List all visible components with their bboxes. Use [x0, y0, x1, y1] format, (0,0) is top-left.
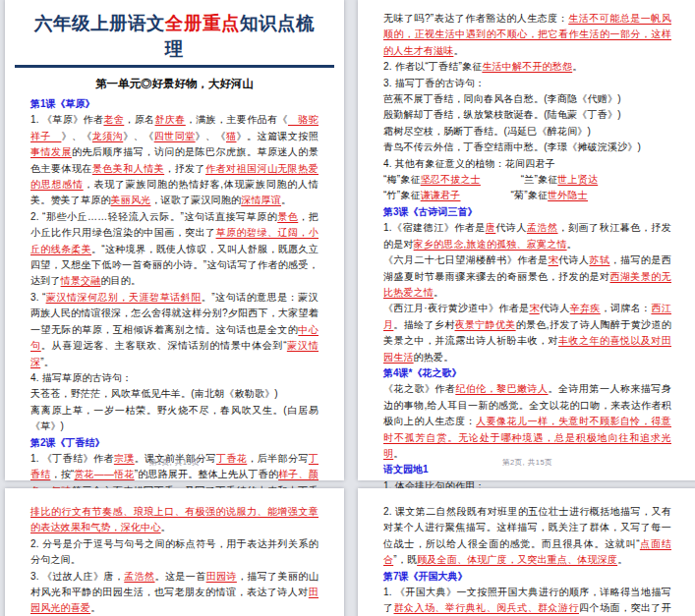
text-segment: ，按“	[50, 469, 74, 479]
text-segment: 排比的行文有节奏感、琅琅上口、有极强的说服力、能增强文章的表达效果和气势，深化中…	[30, 506, 319, 532]
text-segment: 谦谦君子	[421, 190, 461, 200]
text-segment: 蒙汉情深何忍别，天涯碧草话斜阳	[46, 292, 202, 303]
block-rule	[15, 65, 334, 68]
text-segment: 第4课*《花之歌》	[383, 367, 461, 378]
text-segment: ，满族，主要作品有《	[186, 114, 288, 125]
block-unit: 第一单元◎好景好物，大好河山	[30, 74, 319, 94]
page-2-content: 无味了吗?”表达了作者豁达的人生态度：生活不可能总是一帆风顺的，正视生活中遇到的…	[358, 0, 695, 494]
text-segment: 的目的。	[100, 275, 141, 286]
text-segment: 《花之歌》作者	[383, 383, 455, 394]
block-title: 六年级上册语文全册重点知识点梳理	[30, 11, 319, 62]
text-segment: 宋	[549, 254, 558, 265]
text-segment: 事情发展	[30, 146, 72, 157]
text-segment: 霜树尽空枝，肠断丁香结。(冯延巳《醉花间》)	[383, 126, 591, 137]
text-segment: 2. 分号是介于逗号与句号之间的标点符号，用于表达并列关系的分句之间。	[30, 538, 319, 565]
text-segment: 》、《	[123, 131, 153, 141]
text-segment: “兰”象征	[521, 174, 558, 185]
text-segment: 。	[90, 602, 100, 613]
text-segment: “梅”象征	[383, 174, 421, 185]
text-segment: 第3课《古诗词三首》	[383, 206, 478, 217]
block-para: 4. 其他有象征意义的植物：花间四君子	[383, 156, 671, 172]
text-segment: 3. 《过故人庄》唐，	[30, 571, 124, 582]
block-course: 第7课《开国大典》	[383, 569, 671, 585]
text-segment: 2. “那些小丘……轻轻流入云际。”这句话直接写草原的	[30, 211, 277, 222]
page-1-footer: 第1页, 共15页	[5, 458, 344, 468]
text-segment: “菊”象征	[510, 190, 548, 200]
text-segment: 。描绘了乡村	[393, 319, 454, 330]
block-course: 第4课*《花之歌》	[383, 365, 671, 381]
block-para: 天苍苍，野茫茫，风吹草低见牛羊。(南北朝《敕勒歌》)	[30, 386, 319, 402]
text-segment: 孟浩然	[527, 222, 558, 233]
text-segment: ，抒发了	[164, 163, 205, 174]
text-segment	[481, 174, 521, 185]
page-3-content: 排比的行文有节奏感、琅琅上口、有极强的说服力、能增强文章的表达效果和气势，深化中…	[5, 488, 344, 616]
text-segment: 景色美和人情美	[92, 163, 164, 174]
page-4-content: 2. 课文第二自然段既有对班里的五位壮士进行概括地描写，又有对某个人进行聚焦描写…	[358, 488, 695, 616]
text-segment: 田园诗	[206, 571, 237, 582]
text-segment: 孟浩然	[124, 571, 154, 582]
block-course: 第1课《草原》	[30, 96, 319, 112]
text-segment: 离离原上草，一岁一枯荣。野火烧不尽，春风吹又生。(白居易《草》)	[30, 405, 319, 431]
text-segment: 宋	[529, 303, 539, 313]
text-segment: 唐	[486, 222, 496, 233]
text-segment: “竹”象征	[383, 190, 421, 200]
block-course: 第3课《古诗词三首》	[383, 204, 671, 220]
text-segment: 《西江月·夜行黄沙道中》作者是	[383, 303, 529, 313]
text-segment: 。	[434, 287, 443, 298]
block-para: 2. 课文第二自然段既有对班里的五位壮士进行概括地描写，又有对某个人进行聚焦描写…	[383, 504, 671, 569]
text-segment: ，讴歌了蒙汉同胞的	[150, 195, 241, 205]
block-para: 离离原上草，一岁一枯荣。野火烧不尽，春风吹又生。(白居易《草》)	[30, 403, 319, 435]
block-para: “竹”象征谦谦君子 “菊”象征世外隐士	[383, 188, 671, 203]
block-para: 霜树尽空枝，肠断丁香结。(冯延巳《醉花间》)	[383, 124, 671, 140]
text-segment: 3. 描写丁香的古诗句：	[383, 78, 486, 88]
text-segment: ”，既	[393, 554, 417, 565]
block-para: 4. 描写草原的古诗句：	[30, 370, 319, 386]
text-segment: 世上贤达	[557, 174, 598, 185]
text-segment: 美丽风光	[111, 195, 151, 205]
text-segment: 的热爱。	[414, 352, 454, 363]
block-para: 3. 《过故人庄》唐，孟浩然。这是一首田园诗，描写了美丽的山村风光和平静的田园生…	[30, 569, 319, 616]
text-segment: 。	[567, 239, 577, 250]
text-segment: 》。这篇课文按照	[236, 131, 319, 141]
text-segment: 第2课《丁香结》	[30, 437, 105, 448]
text-segment: 。	[281, 195, 291, 205]
text-segment: 第一单元◎好景好物，大好河山	[95, 78, 254, 89]
text-segment: 生活中解不开的愁怨	[482, 61, 572, 72]
page-1: 六年级上册语文全册重点知识点梳理第一单元◎好景好物，大好河山第1课《草原》1. …	[5, 0, 344, 480]
text-segment: 。从喜迎远客、主客联欢、深情话别的情景中体会到“	[41, 340, 287, 351]
block-para: 1.《宿建德江》作者是唐代诗人孟浩然，刻画了秋江暮色，抒发的是对家乡的思念,旅途…	[383, 220, 671, 252]
text-segment: 2. 课文第二自然段既有对班里的五位壮士进行概括地描写，又有对某个人进行聚焦描写…	[383, 506, 671, 549]
page-2: 无味了吗?”表达了作者豁达的人生态度：生活不可能总是一帆风顺的，正视生活中遇到的…	[358, 0, 695, 480]
block-para: 殷勤解却丁香结，纵放繁枝散诞春。(陆龟蒙《丁香》)	[383, 107, 671, 123]
page-2-footer: 第2页, 共15页	[358, 458, 695, 468]
block-para: 1. 《草原》作者老舍，原名舒庆春，满族，主要作品有《 骆驼祥子 》、《龙须沟》…	[30, 112, 319, 208]
text-segment: 群众入场、举行典礼、阅兵式、群众游行	[393, 602, 579, 613]
block-para: 芭蕉不展丁香结，同向春风各自愁。(李商隐《代赠》)	[383, 91, 671, 107]
block-para: 2. 分号是介于逗号与句号之间的标点符号，用于表达并列关系的分句之间。	[30, 536, 319, 569]
text-segment: 1.《宿建德江》作者是	[383, 222, 486, 233]
text-segment: 代诗人	[558, 254, 589, 265]
page-1-content: 六年级上册语文全册重点知识点梳理第一单元◎好景好物，大好河山第1课《草原》1. …	[5, 0, 344, 532]
block-para: 2. 作者以“丁香结”象征生活中解不开的愁怨。	[383, 59, 671, 75]
text-segment: 3. “	[30, 292, 46, 303]
text-segment: 舒庆春	[155, 114, 186, 125]
text-segment: 。	[572, 61, 582, 72]
text-segment: ，词牌名：	[601, 303, 652, 313]
text-segment: 1. 《草原》作者	[30, 114, 103, 125]
text-segment: 老舍	[103, 114, 124, 125]
text-segment: 辛弃疾	[570, 303, 601, 313]
block-para: 《西江月·夜行黄沙道中》作者是宋代诗人辛弃疾，词牌名：西江月。描绘了乡村夜景宁静…	[383, 301, 671, 365]
block-para: 排比的行文有节奏感、琅琅上口、有极强的说服力、能增强文章的表达效果和气势，深化中…	[30, 504, 319, 536]
text-segment	[460, 190, 510, 200]
page-4: 2. 课文第二自然段既有对班里的五位壮士进行概括地描写，又有对某个人进行聚焦描写…	[358, 488, 695, 616]
text-segment: 四世同堂	[154, 131, 196, 141]
block-para: “梅”象征坚忍不拔之士 “兰”象征世上贤达	[383, 172, 671, 188]
text-segment: 家乡的思念,旅途的孤独、寂寞之情	[414, 239, 567, 250]
text-segment: 无味了吗?”表达了作者豁达的人生态度：	[383, 13, 568, 24]
text-segment: 4. 描写草原的古诗句：	[30, 372, 133, 383]
text-segment: ，原名	[124, 114, 154, 125]
text-segment: 景色	[277, 211, 298, 222]
text-segment: 。	[617, 554, 627, 565]
text-segment: ”的思路展开。整体上先从丁香的	[135, 469, 279, 479]
text-segment: 情景交融	[61, 275, 101, 286]
